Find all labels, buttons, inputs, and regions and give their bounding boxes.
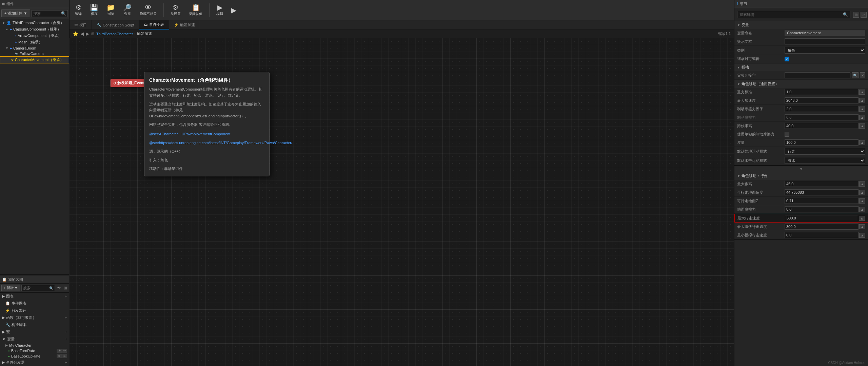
detail-select-land-mode[interactable]: 行走 [785, 148, 865, 155]
category-construct-script[interactable]: 🔧 构造脚本 [0, 321, 69, 328]
scroll-down-btn[interactable]: ▼ [796, 166, 806, 172]
walkangle-input[interactable] [785, 189, 859, 195]
category-event-dispatchers[interactable]: ▶ 事件分发器 + [0, 359, 69, 366]
tooltip-popup: CharacterMovement（角色移动组件） CharacterMovem… [144, 72, 270, 176]
tree-item-arrow[interactable]: ↑ ArrowComponent（继承） [0, 33, 69, 39]
tree-item-followcamera[interactable]: 📷 FollowCamera [0, 51, 69, 56]
gravity-input[interactable] [785, 89, 859, 95]
editable-checkbox[interactable]: ✓ [785, 57, 789, 61]
number-up-btn[interactable]: ▲ [859, 140, 865, 145]
number-up-btn[interactable]: ▲ [859, 98, 865, 103]
brakefric-input[interactable] [785, 106, 859, 112]
hide-unrelated-button[interactable]: 👁 隐藏不相关 [137, 3, 159, 18]
breadcrumb-part-1[interactable]: ThirdPersonCharacter [96, 32, 133, 36]
back-button[interactable]: ◀ [80, 31, 84, 36]
socket-clear-btn[interactable]: ✕ [860, 72, 865, 78]
add-macro-button[interactable]: + [64, 329, 67, 334]
number-up-btn[interactable]: ▲ [859, 198, 865, 204]
var-edit-btn[interactable]: ✏ [62, 349, 67, 353]
simulate-button[interactable]: ▶ 模拟 [214, 3, 226, 18]
blueprint-search-input[interactable] [23, 286, 49, 290]
groundfric-input[interactable] [785, 206, 859, 212]
category-event-graphs[interactable]: 📋 事件图表 [0, 300, 69, 307]
detail-select-water-mode[interactable]: 游泳 [785, 157, 865, 164]
maxstep-input[interactable] [785, 181, 859, 187]
number-up-btn[interactable]: ▲ [859, 107, 865, 112]
number-up-btn[interactable]: ▲ [859, 224, 865, 229]
graph-area[interactable]: ◇ 触发加速_Event CharacterMovement（角色移动组件） C… [70, 38, 734, 366]
tooltip-link-ref1[interactable]: @seeACharacter、UPawnMovementComponent [149, 132, 230, 136]
more-options-button[interactable]: ▶ [229, 5, 239, 15]
eye-icon-button[interactable]: 👁 [56, 286, 62, 290]
add-function-button[interactable]: + [64, 315, 67, 320]
socket-input[interactable] [785, 72, 850, 78]
class-settings-button[interactable]: ⚙ 类设置 [168, 3, 183, 18]
maxwalkspeed-input[interactable] [785, 215, 858, 221]
category-trigger[interactable]: ⚡ 触发加速 [0, 307, 69, 314]
component-search-input[interactable] [33, 12, 61, 16]
maxcrouchwalkspeed-input[interactable] [785, 224, 859, 230]
tree-item-cameraboom[interactable]: ▼ ◆ CameraBoom [0, 45, 69, 51]
separate-brake-checkbox[interactable] [785, 132, 789, 137]
var-item-baseturntrate[interactable]: ● BaseTurnRate 👁 ✏ [0, 348, 69, 353]
filter-icon-button[interactable]: ⊞ [63, 286, 68, 290]
number-up-btn[interactable]: ▲ [859, 90, 865, 95]
add-graph-button[interactable]: + [64, 294, 67, 299]
tooltip-link-ref2[interactable]: @seehttps://docs.unrealengine.com/latest… [149, 141, 292, 145]
detail-section-header-walk[interactable]: ▼ 角色移动：行走 [734, 172, 868, 180]
find-button[interactable]: 🔎 查找 [120, 3, 134, 18]
add-component-button[interactable]: + 添加组件 ▼ [1, 9, 30, 17]
component-dot: ◆ [10, 47, 12, 50]
number-up-btn[interactable]: ▲ [859, 190, 865, 195]
tab-trigger[interactable]: ⚡ 触发加速 [169, 20, 200, 30]
category-graphs[interactable]: ▶ 图表 + [0, 293, 69, 300]
var-eye-btn[interactable]: 👁 [57, 354, 62, 358]
number-up-btn[interactable]: ▲ [859, 207, 865, 212]
number-up-btn[interactable]: ▲ [859, 181, 865, 187]
tree-item-charactermovement[interactable]: ⚙ CharacterMovement（继承） [0, 56, 69, 63]
crouchheight-input[interactable] [785, 123, 859, 129]
add-variable-button[interactable]: + [64, 336, 67, 342]
mass-input[interactable] [785, 139, 859, 146]
detail-search-input[interactable] [739, 13, 843, 17]
detail-grid-btn[interactable]: ⊞ [853, 12, 859, 18]
number-up-btn[interactable]: ▲ [859, 115, 865, 120]
walkz-input[interactable] [785, 198, 859, 204]
new-add-button[interactable]: + 新增 ▼ [1, 285, 20, 291]
tab-event-graph[interactable]: 🗂 事件图表 [139, 20, 169, 30]
var-eye-btn[interactable]: 👁 [57, 349, 62, 353]
my-character-label: My Character [9, 343, 32, 347]
number-up-btn[interactable]: ▲ [859, 233, 865, 238]
brakefric2-input[interactable] [785, 114, 859, 120]
socket-search-btn[interactable]: 🔍 [852, 72, 859, 78]
category-variables[interactable]: ▼ 变量 + [0, 335, 69, 343]
browse-button[interactable]: 📁 浏览 [104, 3, 118, 18]
save-button[interactable]: 💾 保存 [87, 3, 101, 18]
category-functions[interactable]: ▶ 函数（32可覆盖） + [0, 314, 69, 321]
tree-item-mesh[interactable]: ◈ Mesh（继承） [0, 39, 69, 45]
middle-panel: ⚙ 编译 💾 保存 📁 浏览 🔎 查找 👁 隐藏不相关 ⚙ 类设置 📋 类默认值 [70, 0, 734, 366]
number-up-btn[interactable]: ▲ [859, 123, 865, 129]
detail-section-header-variable[interactable]: ▼ 变量 [734, 21, 868, 29]
category-macro[interactable]: ▶ 宏 + [0, 328, 69, 335]
minsimulatewalkspeed-input[interactable] [785, 232, 859, 238]
detail-input-tooltip[interactable] [785, 38, 865, 44]
detail-section-header-general[interactable]: ▼ 角色移动（通用设置） [734, 80, 868, 88]
var-item-baselookuprate[interactable]: ● BaseLookUpRate 👁 ✏ [0, 353, 69, 359]
home-button[interactable]: ⭐ [73, 31, 78, 36]
tree-item-capsule[interactable]: ▼ ◆ CapsuleComponent（继承） [0, 26, 69, 33]
tab-construction[interactable]: 🔧 Construction Script [92, 20, 139, 30]
class-defaults-button[interactable]: 📋 类默认值 [186, 3, 205, 18]
tab-viewport[interactable]: 👁 视口 [70, 20, 92, 30]
tree-item-root[interactable]: ▼ 👤 ThirdPersonCharacter（自身） [0, 20, 69, 26]
add-dispatcher-button[interactable]: + [64, 360, 67, 365]
detail-section-header-slot[interactable]: ▼ 插槽 [734, 63, 868, 71]
detail-expand-btn[interactable]: ⤢ [861, 12, 867, 18]
number-up-btn[interactable]: ▲ [859, 216, 865, 221]
compile-button[interactable]: ⚙ 编译 [72, 3, 84, 18]
list-icon: ⚡ [5, 308, 10, 313]
maxaccel-input[interactable] [785, 97, 859, 103]
detail-select-category[interactable]: 角色 [785, 47, 865, 54]
var-edit-btn[interactable]: ✏ [62, 354, 67, 358]
forward-button[interactable]: ▶ [86, 31, 89, 36]
